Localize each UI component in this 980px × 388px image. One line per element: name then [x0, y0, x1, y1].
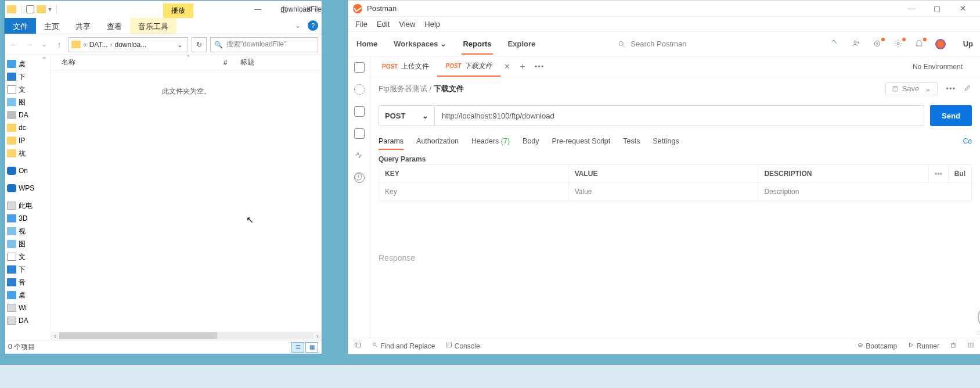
tree-node[interactable]: 音 — [7, 276, 51, 289]
qat-icon[interactable] — [26, 5, 34, 13]
sidebar-mock-icon[interactable] — [354, 128, 365, 139]
kv-options-button[interactable]: ••• — [929, 165, 949, 183]
invite-icon[interactable] — [852, 39, 862, 49]
tree-node[interactable]: 杭 — [7, 147, 51, 160]
search-input[interactable]: 🔍 搜索"downloadFile" — [210, 37, 318, 52]
notifications-icon[interactable] — [914, 39, 925, 49]
runner-button[interactable]: Runner — [907, 342, 939, 350]
tree-node[interactable]: Wi — [7, 301, 51, 314]
nav-workspaces[interactable]: Workspaces ⌄ — [392, 34, 448, 54]
explorer-titlebar[interactable]: ▾ 播放 downloadFile ― ▢ ✕ — [5, 1, 322, 18]
two-pane-icon[interactable] — [967, 342, 974, 350]
subtab-headers[interactable]: Headers (7) — [471, 132, 510, 150]
sidebar-monitors-icon[interactable] — [354, 150, 365, 161]
tree-node[interactable]: WPS — [7, 182, 51, 195]
tree-node[interactable]: 文 — [7, 83, 51, 96]
column-header-title[interactable]: 标题 — [237, 58, 322, 67]
tree-node[interactable]: 图 — [7, 96, 51, 109]
bootcamp-button[interactable]: Bootcamp — [857, 342, 897, 350]
address-bar[interactable]: « DAT... › downloa... ⌄ — [69, 37, 188, 52]
help-icon[interactable]: ? — [308, 20, 318, 31]
subtab-authorization[interactable]: Authorization — [416, 132, 459, 150]
url-input[interactable]: http://localhost:9100/ftp/download — [434, 105, 924, 126]
tree-node[interactable]: dc — [7, 121, 51, 134]
breadcrumb-item[interactable]: DAT... — [89, 41, 108, 49]
menu-help[interactable]: Help — [424, 20, 440, 28]
view-icons-button[interactable]: ▦ — [305, 342, 318, 353]
ribbon-tab-music-tools[interactable]: 音乐工具 — [130, 18, 176, 34]
tree-node[interactable]: 桌 — [7, 289, 51, 301]
tree-node[interactable]: On — [7, 164, 51, 177]
column-header-name[interactable]: 名称 — [51, 58, 214, 67]
trash-icon[interactable] — [950, 342, 957, 350]
ribbon-collapse-button[interactable]: ⌄ — [290, 18, 305, 34]
tab-close-button[interactable]: ✕ — [500, 62, 514, 71]
nav-home[interactable]: Home — [355, 34, 379, 54]
kv-header-value[interactable]: VALUE — [568, 165, 758, 183]
ribbon-tab-view[interactable]: 查看 — [99, 18, 130, 34]
new-tab-button[interactable]: + — [514, 62, 531, 72]
bulk-edit-button[interactable]: Bul — [948, 165, 971, 183]
column-header-number[interactable]: # — [214, 59, 237, 67]
view-details-button[interactable]: ☰ — [291, 342, 304, 353]
subtab-prerequest[interactable]: Pre-request Script — [552, 132, 611, 150]
kv-description-input[interactable]: Description — [758, 183, 972, 201]
menu-edit[interactable]: Edit — [377, 20, 390, 28]
kv-header-description[interactable]: DESCRIPTION — [758, 165, 929, 183]
tree-node[interactable]: 视 — [7, 225, 51, 238]
nav-back-button[interactable]: ← — [8, 40, 20, 49]
close-button[interactable]: ✕ — [950, 1, 975, 17]
environment-selector[interactable]: No Environment — [913, 63, 977, 71]
refresh-button[interactable]: ↻ — [192, 37, 207, 52]
tree-node[interactable]: 文 — [7, 250, 51, 263]
capture-icon[interactable] — [873, 39, 883, 49]
tree-node[interactable]: DA — [7, 314, 51, 327]
subtab-settings[interactable]: Settings — [653, 132, 679, 150]
tree-node[interactable]: 此电 — [7, 199, 51, 212]
save-button[interactable]: Save ⌄ — [885, 82, 938, 95]
kv-key-input[interactable]: Key — [379, 183, 569, 201]
postman-titlebar[interactable]: Postman ― ▢ ✕ — [348, 1, 980, 17]
sidebar-environments-icon[interactable] — [354, 106, 365, 117]
sidebar-toggle-icon[interactable] — [354, 342, 361, 350]
request-tab[interactable]: POST 上传文件 — [374, 56, 437, 77]
tree-node[interactable]: 下 — [7, 70, 51, 83]
nav-up-button[interactable]: ↑ — [53, 40, 65, 49]
console-button[interactable]: Console — [445, 342, 480, 350]
tree-scroll-up[interactable]: ˄ — [43, 56, 46, 63]
tree-node[interactable]: IP — [7, 134, 51, 147]
find-replace-button[interactable]: Find and Replace — [372, 342, 435, 350]
ribbon-tab-home[interactable]: 主页 — [36, 18, 67, 34]
more-options-button[interactable]: ••• — [946, 84, 956, 93]
tree-node[interactable]: DA — [7, 109, 51, 121]
upgrade-button[interactable]: Up — [963, 39, 973, 48]
kv-value-input[interactable]: Value — [568, 183, 758, 201]
edit-icon[interactable] — [964, 84, 972, 94]
tree-node[interactable]: 下 — [7, 263, 51, 276]
request-tab-active[interactable]: POST 下载文件 — [437, 56, 500, 77]
close-button[interactable]: ✕ — [296, 1, 322, 18]
ribbon-tab-share[interactable]: 共享 — [67, 18, 99, 34]
sidebar-apis-icon[interactable] — [354, 84, 365, 95]
tab-options-button[interactable]: ••• — [531, 62, 548, 71]
subtab-tests[interactable]: Tests — [623, 132, 640, 150]
address-dropdown-button[interactable]: ⌄ — [175, 41, 185, 49]
ribbon-tab-file[interactable]: 文件 — [5, 18, 36, 34]
kv-header-key[interactable]: KEY — [379, 165, 569, 183]
folder-icon[interactable] — [37, 5, 46, 13]
subtab-body[interactable]: Body — [523, 132, 539, 150]
sync-icon[interactable] — [831, 39, 841, 49]
horizontal-scrollbar[interactable]: ‹ › — [51, 332, 322, 340]
minimize-button[interactable]: ― — [899, 1, 924, 17]
tree-node[interactable]: 3D — [7, 212, 51, 225]
settings-icon[interactable] — [893, 39, 904, 49]
cookies-link[interactable]: Co — [963, 137, 972, 145]
nav-reports[interactable]: Reports — [462, 34, 492, 54]
tree-node[interactable]: 图 — [7, 238, 51, 250]
nav-recent-button[interactable]: ⌄ — [38, 41, 50, 48]
breadcrumb-parent[interactable]: Ftp服务器测试 — [379, 84, 427, 93]
method-selector[interactable]: POST ⌄ — [379, 105, 434, 126]
file-list[interactable]: ˄ 名称 # 标题 此文件夹为空。 ‹ › — [51, 55, 322, 340]
breadcrumb-item[interactable]: downloa... — [114, 41, 146, 49]
maximize-button[interactable]: ▢ — [924, 1, 950, 17]
